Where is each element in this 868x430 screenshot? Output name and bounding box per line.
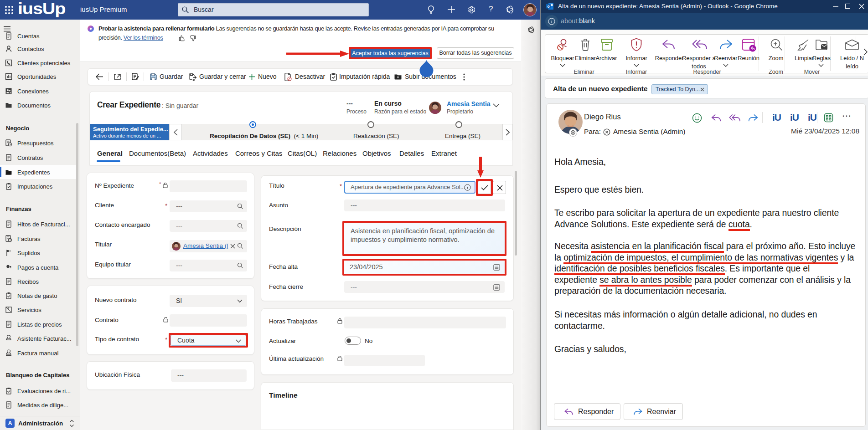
svg-text:o: o	[547, 4, 549, 9]
